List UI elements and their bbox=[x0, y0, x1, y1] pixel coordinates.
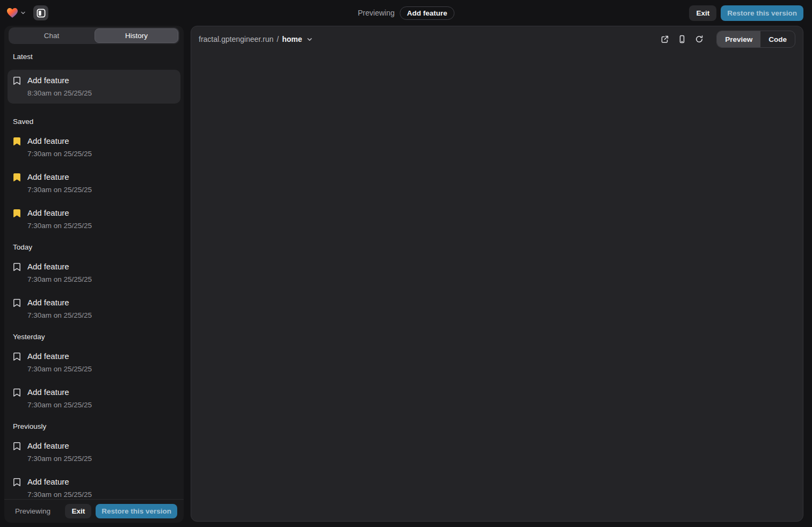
url-selector[interactable]: fractal.gptengineer.run / home bbox=[199, 35, 313, 43]
tab-history[interactable]: History bbox=[95, 28, 178, 43]
bookmark-icon bbox=[13, 298, 21, 308]
history-item-timestamp: 7:30am on 25/25/25 bbox=[27, 454, 92, 464]
history-item-title: Add feature bbox=[27, 208, 92, 218]
history-item-title: Add feature bbox=[27, 136, 92, 147]
history-item[interactable]: Add feature7:30am on 25/25/25 bbox=[8, 135, 180, 160]
preview-panel: fractal.gptengineer.run / home bbox=[191, 26, 803, 522]
history-item-title: Add feature bbox=[27, 477, 92, 487]
url-separator: / bbox=[277, 35, 279, 43]
section-title: Yesterday bbox=[13, 333, 175, 341]
url-path: home bbox=[282, 35, 302, 43]
history-item[interactable]: Add feature7:30am on 25/25/25 bbox=[8, 296, 180, 321]
version-badge[interactable]: Add feature bbox=[400, 6, 454, 20]
url-host: fractal.gptengineer.run bbox=[199, 35, 273, 43]
exit-button[interactable]: Exit bbox=[689, 5, 716, 21]
history-item[interactable]: Add feature7:30am on 25/25/25 bbox=[8, 260, 180, 286]
history-item-title: Add feature bbox=[27, 261, 92, 272]
history-item-timestamp: 7:30am on 25/25/25 bbox=[27, 221, 92, 231]
tab-chat[interactable]: Chat bbox=[10, 28, 93, 43]
view-toggle-code[interactable]: Code bbox=[760, 31, 795, 47]
history-section-latest: LatestAdd feature8:30am on 25/25/25 bbox=[4, 53, 184, 104]
history-item[interactable]: Add feature7:30am on 25/25/25 bbox=[8, 386, 180, 411]
lovable-heart-logo-icon bbox=[6, 8, 18, 18]
sidebar-toggle-button[interactable] bbox=[33, 5, 48, 20]
preview-header: fractal.gptengineer.run / home bbox=[191, 26, 803, 52]
history-item-timestamp: 7:30am on 25/25/25 bbox=[27, 490, 92, 499]
bookmark-icon bbox=[13, 442, 21, 451]
mobile-view-button[interactable] bbox=[675, 32, 690, 47]
footer-exit-button[interactable]: Exit bbox=[65, 504, 91, 518]
bookmark-icon bbox=[13, 388, 21, 397]
bookmark-filled-icon bbox=[13, 137, 21, 146]
refresh-icon bbox=[695, 35, 704, 43]
history-section-yesterday: YesterdayAdd feature7:30am on 25/25/25Ad… bbox=[4, 333, 184, 411]
history-item[interactable]: Add feature7:30am on 25/25/25 bbox=[8, 440, 180, 465]
history-item-timestamp: 7:30am on 25/25/25 bbox=[27, 400, 92, 410]
view-toggle-preview[interactable]: Preview bbox=[717, 31, 760, 47]
preview-code-toggle: PreviewCode bbox=[716, 31, 795, 48]
bookmark-icon bbox=[13, 352, 21, 361]
history-item-title: Add feature bbox=[27, 387, 92, 398]
history-item-title: Add feature bbox=[27, 172, 92, 182]
open-in-new-tab-button[interactable] bbox=[657, 32, 672, 47]
footer-previewing-label: Previewing bbox=[15, 507, 61, 515]
app-header: Previewing Add feature Exit Restore this… bbox=[0, 0, 812, 26]
chevron-down-icon bbox=[20, 10, 26, 16]
history-section-today: TodayAdd feature7:30am on 25/25/25Add fe… bbox=[4, 243, 184, 321]
bookmark-filled-icon bbox=[13, 209, 21, 218]
logo-menu[interactable] bbox=[6, 8, 26, 18]
history-item[interactable]: Add feature7:30am on 25/25/25 bbox=[8, 475, 180, 499]
restore-version-button[interactable]: Restore this version bbox=[721, 5, 803, 21]
open-in-new-tab-icon bbox=[661, 35, 669, 43]
history-item-timestamp: 7:30am on 25/25/25 bbox=[27, 364, 92, 374]
section-title: Today bbox=[13, 243, 175, 251]
history-item-timestamp: 7:30am on 25/25/25 bbox=[27, 311, 92, 320]
history-item-timestamp: 7:30am on 25/25/25 bbox=[27, 149, 92, 159]
history-item-title: Add feature bbox=[27, 441, 92, 451]
history-item[interactable]: Add feature8:30am on 25/25/25 bbox=[8, 70, 180, 104]
history-item-timestamp: 7:30am on 25/25/25 bbox=[27, 275, 92, 284]
sidebar-panel-icon bbox=[37, 9, 46, 18]
history-item-timestamp: 7:30am on 25/25/25 bbox=[27, 185, 92, 195]
history-sidebar: ChatHistory LatestAdd feature8:30am on 2… bbox=[4, 26, 184, 523]
bookmark-filled-icon bbox=[13, 173, 21, 182]
preview-viewport[interactable] bbox=[191, 52, 803, 521]
bookmark-icon bbox=[13, 478, 21, 487]
history-section-saved: SavedAdd feature7:30am on 25/25/25Add fe… bbox=[4, 118, 184, 232]
history-item-title: Add feature bbox=[27, 297, 92, 308]
refresh-button[interactable] bbox=[692, 32, 707, 47]
footer-restore-version-button[interactable]: Restore this version bbox=[96, 504, 177, 518]
section-title: Previously bbox=[13, 422, 175, 430]
chevron-down-icon bbox=[307, 36, 313, 42]
mobile-view-icon bbox=[678, 35, 686, 43]
section-title: Latest bbox=[13, 53, 175, 61]
history-list: LatestAdd feature8:30am on 25/25/25Saved… bbox=[4, 44, 184, 499]
history-item[interactable]: Add feature7:30am on 25/25/25 bbox=[8, 207, 180, 232]
history-item-title: Add feature bbox=[27, 75, 92, 86]
bookmark-icon bbox=[13, 76, 21, 85]
history-item[interactable]: Add feature7:30am on 25/25/25 bbox=[8, 350, 180, 375]
history-item-timestamp: 8:30am on 25/25/25 bbox=[27, 89, 92, 98]
section-title: Saved bbox=[13, 118, 175, 126]
history-section-previously: PreviouslyAdd feature7:30am on 25/25/25A… bbox=[4, 422, 184, 499]
sidebar-footer: Previewing Exit Restore this version bbox=[4, 499, 184, 523]
history-item[interactable]: Add feature7:30am on 25/25/25 bbox=[8, 171, 180, 196]
previewing-label: Previewing bbox=[358, 9, 394, 17]
chat-history-tab-switcher: ChatHistory bbox=[9, 27, 179, 44]
history-item-title: Add feature bbox=[27, 351, 92, 362]
bookmark-icon bbox=[13, 262, 21, 272]
